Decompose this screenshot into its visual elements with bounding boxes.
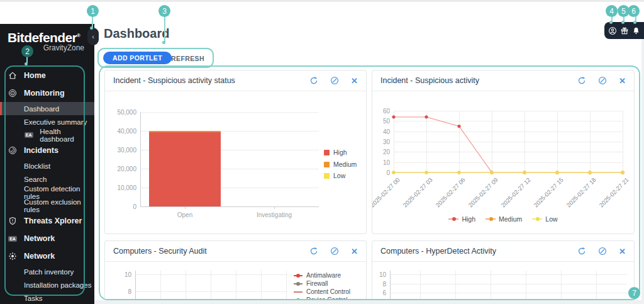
bar-medium-open: [149, 131, 221, 132]
sidebar-item-monitoring[interactable]: Monitoring: [0, 84, 94, 102]
bottom-strip: [94, 300, 644, 304]
y-tick-label: 4: [372, 299, 386, 301]
y-tick-label: 0: [108, 203, 136, 210]
portlet-title: Computers - Security Audit: [113, 247, 309, 256]
legend-label: Low: [545, 215, 557, 223]
y-tick-label: 40,000: [108, 128, 136, 135]
legend-marker: [448, 218, 458, 220]
gridline: [390, 293, 627, 293]
edit-icon[interactable]: [598, 76, 607, 85]
portlet-security-audit: Computers - Security Audit ✕ 108Antimalw…: [104, 240, 367, 300]
edit-icon[interactable]: [330, 76, 339, 85]
edit-icon[interactable]: [598, 247, 607, 256]
chart-suspicious-activity: 01020304050602025-02-27 002025-02-27 032…: [372, 92, 634, 234]
sidebar-item-label: Network: [24, 252, 55, 261]
legend-swatch: [324, 173, 330, 179]
close-icon[interactable]: ✕: [351, 247, 358, 256]
callout-7: 7: [628, 287, 640, 299]
ea-badge: EA: [24, 132, 33, 138]
user-icon[interactable]: [608, 26, 617, 35]
gridline: [135, 274, 287, 275]
sidebar-item-blocklist[interactable]: Blocklist: [0, 159, 94, 172]
sidebar-item-incidents[interactable]: Incidents: [0, 142, 94, 159]
legend-marker-dot: [489, 217, 493, 221]
portlet-title: Incident - Suspicious activity: [380, 76, 577, 85]
close-icon[interactable]: ✕: [619, 77, 626, 85]
sidebar-item-search[interactable]: Search: [0, 172, 94, 186]
y-tick-label: 10: [372, 271, 386, 278]
sidebar-item-custom-exclusion-rules[interactable]: Custom exclusion rules: [0, 199, 94, 212]
top-edge-strip: [0, 0, 644, 2]
callout-6: 6: [628, 5, 640, 17]
portlet-header: Incident - Suspicious activity status ✕: [105, 70, 366, 91]
sidebar-item-installation-packages[interactable]: Installation packages: [0, 278, 94, 291]
sidebar-item-label: Network: [24, 234, 55, 243]
legend-marker-dot: [536, 217, 540, 221]
callout-1: 1: [87, 5, 99, 17]
add-portlet-button[interactable]: ADD PORTLET: [103, 52, 172, 64]
gridline-vertical: [561, 271, 562, 300]
shield-icon: [8, 217, 18, 225]
sidebar-item-patch-inventory[interactable]: Patch inventory: [0, 265, 94, 278]
y-tick-label: 30,000: [108, 147, 136, 154]
sidebar-item-label: Monitoring: [24, 89, 65, 98]
chevron-left-icon: ‹: [92, 33, 94, 40]
close-icon[interactable]: ✕: [351, 77, 358, 85]
x-axis-line: [140, 206, 319, 207]
legend-swatch: [324, 162, 330, 167]
portlet-hyperdetect-activity: Computers - HyperDetect Activity ✕ 10864: [372, 240, 635, 300]
refresh-icon[interactable]: [309, 76, 318, 85]
edit-icon[interactable]: [330, 247, 339, 256]
ea-badge: EA: [8, 236, 18, 242]
legend-label: High: [462, 215, 475, 223]
legend-item-low: Low: [324, 172, 345, 179]
sidebar-item-executive-summary[interactable]: Executive summary: [0, 115, 94, 128]
close-icon[interactable]: ✕: [619, 247, 626, 256]
callout-4-dot: [609, 21, 613, 24]
refresh-icon[interactable]: [309, 247, 318, 256]
chart-legend: HighMediumLow: [372, 215, 634, 223]
x-category-label: Open: [147, 211, 223, 218]
registered-mark: ®: [77, 33, 80, 38]
legend-marker: [294, 283, 303, 284]
gridline-vertical: [491, 271, 491, 300]
sidebar-item-dashboard[interactable]: Dashboard: [0, 102, 94, 115]
legend-label: Content Control: [306, 288, 350, 295]
gridline: [140, 112, 319, 113]
sidebar-collapse-button[interactable]: ‹: [87, 28, 99, 45]
portlet-title: Incident - Suspicious activity status: [113, 76, 309, 85]
refresh-button[interactable]: REFRESH: [171, 55, 204, 62]
legend-label: High: [333, 149, 347, 156]
callout-2: 2: [21, 45, 33, 57]
gift-icon[interactable]: [620, 26, 629, 35]
x-tick: [274, 206, 275, 209]
sidebar-item-threats-xplorer[interactable]: Threats Xplorer: [0, 212, 94, 230]
sidebar-item-label: Health dashboard: [40, 128, 94, 143]
legend-item-content-control: Content Control: [294, 288, 350, 295]
legend-item-medium: Medium: [324, 160, 357, 168]
sidebar-item-network[interactable]: Network: [0, 247, 94, 265]
sidebar-item-custom-detection-rules[interactable]: Custom detection rules: [0, 186, 94, 199]
gridline: [135, 291, 287, 292]
sidebar-item-home[interactable]: Home: [0, 67, 94, 84]
legend-item-medium: Medium: [486, 215, 522, 223]
sidebar: Bitdefender® GravityZone HomeMonitoringD…: [0, 24, 94, 304]
gridline: [390, 274, 627, 275]
callout-3-line: [164, 16, 165, 42]
refresh-icon[interactable]: [577, 76, 586, 85]
sidebar-item-network[interactable]: EANetwork: [0, 230, 94, 247]
sidebar-item-label: Executive summary: [24, 118, 87, 126]
sidebar-item-tasks[interactable]: Tasks: [0, 291, 94, 304]
x-tick: [185, 206, 186, 209]
bar-high-open: [149, 132, 221, 207]
portlet-header: Computers - HyperDetect Activity ✕: [372, 241, 634, 262]
sidebar-item-health-dashboard[interactable]: EAHealth dashboard: [0, 128, 94, 142]
legend-marker: [486, 218, 496, 220]
gridline-vertical: [526, 271, 526, 300]
network-icon: [8, 252, 18, 261]
legend-item-low: Low: [532, 215, 557, 223]
refresh-icon[interactable]: [577, 247, 586, 256]
callout-1-dot: [90, 26, 93, 30]
sidebar-item-label: Installation packages: [24, 281, 91, 289]
bell-icon[interactable]: [632, 26, 640, 35]
